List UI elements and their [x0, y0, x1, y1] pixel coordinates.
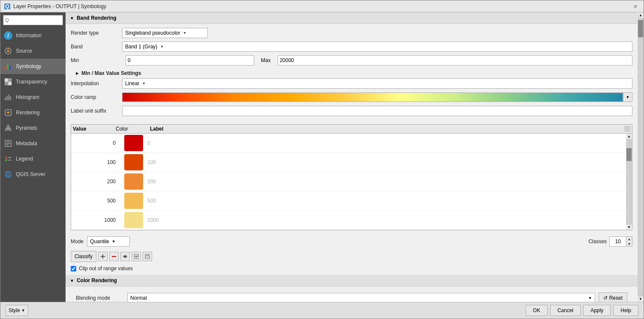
band-row: Band Band 1 (Gray) ▼ [71, 41, 632, 52]
main-scroll-thumb[interactable] [638, 20, 643, 37]
style-button[interactable]: Style ▼ [6, 305, 28, 316]
transparency-icon [4, 78, 12, 86]
main-window: Q Layer Properties - OUTPUT | Symbology … [0, 0, 644, 319]
color-swatch[interactable] [124, 173, 143, 190]
add-class-button[interactable] [98, 252, 108, 261]
titlebar: Q Layer Properties - OUTPUT | Symbology … [0, 0, 644, 12]
row-label: 200 [147, 179, 624, 185]
minmax-settings-row[interactable]: ▶ Min / Max Value Settings [71, 69, 632, 78]
render-type-select[interactable]: Singleband pseudocolor ▼ [122, 28, 208, 38]
interpolation-select[interactable]: Linear ▼ [122, 78, 632, 89]
sidebar-item-rendering[interactable]: Rendering [0, 105, 66, 120]
classes-down-button[interactable]: ▼ [626, 241, 632, 246]
search-input[interactable] [11, 17, 61, 23]
cancel-button[interactable]: Cancel [550, 305, 581, 316]
col-color-header: Color [116, 126, 150, 132]
load-color-map-button[interactable] [132, 252, 141, 261]
sidebar-item-legend[interactable]: Legend [0, 151, 66, 167]
help-button[interactable]: Help [613, 305, 638, 316]
minmax-settings-arrow: ▶ [76, 71, 79, 75]
mode-arrow: ▼ [112, 239, 116, 244]
color-ramp-label: Color ramp [71, 94, 122, 100]
min-input[interactable] [126, 55, 254, 66]
ok-button[interactable]: OK [526, 305, 548, 316]
band-rendering-header[interactable]: ▼ Band Rendering [66, 12, 638, 24]
label-unit-label: Label unit suffix [71, 108, 122, 114]
sidebar-item-qgis-server[interactable]: Q QGIS Server [0, 167, 66, 182]
render-type-label: Render type [71, 30, 122, 36]
sidebar-item-histogram[interactable]: Histogram [0, 89, 66, 105]
close-button[interactable]: × [631, 2, 640, 11]
row-label: 0 [147, 140, 624, 146]
sidebar-item-transparency[interactable]: Transparency [0, 74, 66, 89]
scroll-down[interactable]: ▼ [626, 224, 632, 230]
sidebar-item-information[interactable]: i Information [0, 28, 66, 43]
blending-select[interactable]: Normal ▼ [127, 293, 595, 302]
clip-row: Clip out of range values [66, 264, 638, 273]
svg-rect-9 [8, 78, 12, 82]
color-rendering-header[interactable]: ▼ Color Rendering [66, 275, 638, 286]
svg-text:Q: Q [5, 3, 9, 9]
sidebar-item-metadata[interactable]: Metadata [0, 136, 66, 151]
search-box[interactable]: Q [3, 15, 63, 25]
sidebar-item-label: Symbology [16, 63, 41, 69]
scroll-thumb[interactable] [626, 148, 632, 161]
table-row: 100 100 [71, 153, 626, 172]
reverse-colors-button[interactable] [120, 252, 130, 261]
row-label: 1000 [147, 217, 624, 223]
label-unit-input[interactable] [122, 106, 632, 116]
sidebar-item-label: Information [16, 33, 42, 39]
color-ramp-dropdown[interactable]: ▼ [623, 92, 632, 102]
classes-input[interactable] [609, 236, 626, 247]
sidebar-item-symbology[interactable]: Symbology [0, 59, 66, 74]
main-scroll-track [638, 18, 644, 296]
row-label: 100 [147, 159, 624, 165]
info-icon: i [4, 31, 12, 40]
svg-point-3 [7, 50, 9, 52]
main-scroll-up[interactable]: ▲ [638, 12, 644, 18]
svg-rect-6 [7, 64, 9, 69]
main-scrollbar[interactable]: ▲ ▼ [638, 12, 644, 302]
classes-up-button[interactable]: ▲ [626, 237, 632, 241]
color-swatch[interactable] [124, 135, 143, 151]
classify-button[interactable]: Classify [71, 251, 96, 262]
svg-rect-12 [5, 98, 6, 100]
sidebar-item-label: Rendering [16, 110, 39, 116]
svg-rect-8 [5, 78, 8, 82]
interpolation-label: Interpolation [71, 80, 122, 86]
color-swatch[interactable] [124, 193, 143, 209]
max-input[interactable] [278, 55, 632, 66]
sidebar-item-label: Transparency [16, 79, 47, 85]
remove-class-button[interactable] [109, 252, 119, 261]
table-rows: 0 0 100 100 200 [71, 134, 626, 230]
table-scrollbar[interactable]: ▲ ▼ [626, 134, 632, 230]
apply-button[interactable]: Apply [583, 305, 611, 316]
save-color-map-button[interactable] [143, 252, 152, 261]
reset-button[interactable]: ↺ Reset [599, 292, 627, 302]
scroll-up[interactable]: ▲ [626, 134, 632, 140]
svg-text:Q: Q [6, 171, 10, 177]
svg-rect-13 [6, 96, 8, 100]
mode-select[interactable]: Quantile ▼ [87, 236, 130, 247]
band-rendering-arrow: ▼ [70, 16, 74, 21]
svg-rect-5 [5, 65, 6, 69]
sidebar-item-source[interactable]: Source [0, 43, 66, 59]
spinner-buttons: ▲ ▼ [626, 236, 632, 247]
clip-checkbox[interactable] [71, 266, 76, 271]
color-ramp-bar[interactable] [122, 92, 623, 102]
svg-rect-35 [146, 254, 149, 256]
color-swatch[interactable] [124, 154, 143, 170]
svg-rect-11 [8, 82, 12, 85]
table-row: 200 200 [71, 172, 626, 191]
bottom-bar: Style ▼ OK Cancel Apply Help [0, 302, 644, 319]
main-scroll-down[interactable]: ▼ [638, 296, 644, 302]
table-row: 0 0 [71, 134, 626, 153]
sidebar-item-pyramids[interactable]: Pyramids [0, 120, 66, 136]
mode-classes-row: Mode Quantile ▼ Classes ▲ ▼ [66, 234, 638, 249]
band-select[interactable]: Band 1 (Gray) ▼ [122, 42, 632, 52]
window-title: Layer Properties - OUTPUT | Symbology [13, 3, 631, 9]
color-swatch[interactable] [124, 212, 143, 228]
metadata-icon [4, 139, 12, 148]
svg-rect-15 [10, 96, 11, 100]
table-row: 500 500 [71, 191, 626, 211]
